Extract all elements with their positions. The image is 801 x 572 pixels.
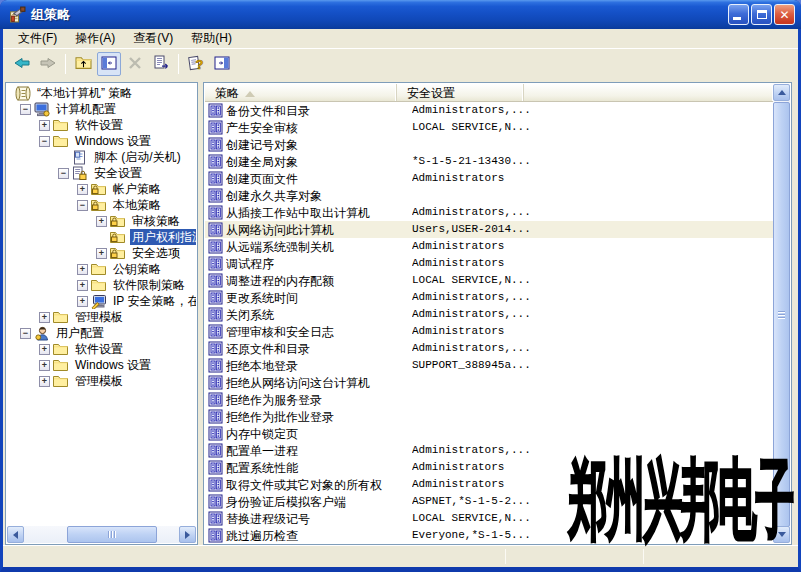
- policy-row[interactable]: 创建全局对象*S-1-5-21-13430...: [205, 153, 773, 170]
- policy-row[interactable]: 调试程序Administrators: [205, 255, 773, 272]
- policy-row[interactable]: 创建永久共享对象: [205, 187, 773, 204]
- policy-row[interactable]: 关闭系统Administrators,...: [205, 306, 773, 323]
- menu-item-view[interactable]: 查看(V): [124, 28, 182, 49]
- collapse-icon[interactable]: −: [77, 200, 88, 211]
- show-console-tree-icon: [101, 56, 117, 73]
- tree-item[interactable]: −Windows 设置: [7, 133, 196, 149]
- menu-item-file[interactable]: 文件(F): [9, 28, 66, 49]
- expand-icon[interactable]: +: [96, 248, 107, 259]
- policy-row[interactable]: 调整进程的内存配额LOCAL SERVICE,N...: [205, 272, 773, 289]
- toolbar-separator: [178, 54, 179, 74]
- expand-icon[interactable]: +: [77, 184, 88, 195]
- expand-icon[interactable]: +: [39, 360, 50, 371]
- export-list-button[interactable]: [149, 52, 173, 76]
- tree-item[interactable]: 用户权利指派: [7, 229, 196, 245]
- tree-item[interactable]: +IP 安全策略，在: [7, 293, 196, 309]
- folder-lock-icon: [110, 246, 127, 261]
- show-action-pane-button[interactable]: [210, 52, 234, 76]
- forward-button[interactable]: [36, 52, 60, 76]
- tree-item[interactable]: +公钥策略: [7, 261, 196, 277]
- tree-item-label: 脚本 (启动/关机): [92, 149, 183, 165]
- tree-item[interactable]: “本地计算机” 策略: [7, 85, 196, 101]
- tree-item[interactable]: −安全设置: [7, 165, 196, 181]
- tree-item[interactable]: +软件设置: [7, 341, 196, 357]
- expand-icon[interactable]: +: [39, 312, 50, 323]
- back-button[interactable]: [10, 52, 34, 76]
- list-header: 策略 安全设置: [205, 84, 773, 102]
- policy-name: 替换进程级记号: [226, 511, 394, 528]
- svg-text:?: ?: [195, 56, 203, 71]
- policy-row[interactable]: 创建记号对象: [205, 136, 773, 153]
- scroll-grip: [778, 311, 785, 319]
- expand-icon[interactable]: +: [39, 376, 50, 387]
- expand-icon[interactable]: +: [77, 264, 88, 275]
- show-console-tree-button[interactable]: [97, 52, 121, 76]
- policy-row[interactable]: 从插接工作站中取出计算机Administrators,...: [205, 204, 773, 221]
- expand-icon[interactable]: +: [39, 344, 50, 355]
- scroll-left-icon: [13, 531, 18, 539]
- tree-item[interactable]: +软件限制策略: [7, 277, 196, 293]
- close-button[interactable]: ✕: [774, 4, 795, 25]
- up-one-level-button[interactable]: [71, 52, 95, 76]
- tree-item[interactable]: +软件设置: [7, 117, 196, 133]
- expand-icon[interactable]: +: [77, 280, 88, 291]
- tree-item[interactable]: −用户配置: [7, 325, 196, 341]
- policy-item-icon: [208, 103, 223, 118]
- tree-item[interactable]: −本地策略: [7, 197, 196, 213]
- policy-name: 取得文件或其它对象的所有权: [226, 477, 394, 494]
- scroll-right-button[interactable]: [179, 526, 196, 543]
- expand-icon[interactable]: +: [96, 216, 107, 227]
- policy-name: 配置单一进程: [226, 443, 394, 460]
- help-button[interactable]: ?: [184, 52, 208, 76]
- collapse-icon[interactable]: −: [58, 168, 69, 179]
- tree-item[interactable]: 脚本 (启动/关机): [7, 149, 196, 165]
- scroll-up-button[interactable]: [773, 84, 790, 101]
- tree-item[interactable]: +帐户策略: [7, 181, 196, 197]
- scroll-left-button[interactable]: [7, 526, 24, 543]
- tree-item[interactable]: −计算机配置: [7, 101, 196, 117]
- policy-name: 从远端系统强制关机: [226, 239, 394, 256]
- collapse-icon[interactable]: −: [20, 104, 31, 115]
- tree-horizontal-scrollbar[interactable]: [7, 526, 196, 543]
- tree-item-label: 用户配置: [54, 325, 106, 341]
- policy-item-icon: [208, 392, 223, 407]
- column-header-security-setting[interactable]: 安全设置: [397, 84, 524, 101]
- security-setting-value: Administrators,...: [412, 206, 562, 218]
- security-setting-value: Everyone,*S-1-5...: [412, 529, 562, 541]
- menu-item-action[interactable]: 操作(A): [66, 28, 124, 49]
- tree-hscroll-thumb[interactable]: [67, 526, 157, 543]
- collapse-icon[interactable]: −: [20, 328, 31, 339]
- policy-item-icon: [208, 120, 223, 135]
- menu-item-help[interactable]: 帮助(H): [182, 28, 241, 49]
- tree-item[interactable]: +安全选项: [7, 245, 196, 261]
- minimize-button[interactable]: [728, 4, 749, 25]
- policy-row[interactable]: 从网络访问此计算机Users,USER-2014...: [205, 221, 773, 238]
- tree-item[interactable]: +审核策略: [7, 213, 196, 229]
- policy-row[interactable]: 拒绝作为服务登录: [205, 391, 773, 408]
- policy-row[interactable]: 拒绝从网络访问这台计算机: [205, 374, 773, 391]
- policy-row[interactable]: 拒绝作为批作业登录: [205, 408, 773, 425]
- policy-row[interactable]: 拒绝本地登录SUPPORT_388945a...: [205, 357, 773, 374]
- policy-row[interactable]: 管理审核和安全日志Administrators: [205, 323, 773, 340]
- policy-row[interactable]: 从远端系统强制关机Administrators: [205, 238, 773, 255]
- policy-row[interactable]: 备份文件和目录Administrators,...: [205, 102, 773, 119]
- policy-row[interactable]: 更改系统时间Administrators,...: [205, 289, 773, 306]
- maximize-button[interactable]: [751, 4, 772, 25]
- security-setting-value: SUPPORT_388945a...: [412, 359, 562, 371]
- policy-item-icon: [208, 426, 223, 441]
- tree-item[interactable]: +管理模板: [7, 373, 196, 389]
- titlebar[interactable]: 组策略 ✕: [0, 0, 801, 29]
- policy-item-icon: [208, 477, 223, 492]
- policy-row[interactable]: 产生安全审核LOCAL SERVICE,N...: [205, 119, 773, 136]
- show-action-pane-icon: [214, 56, 230, 73]
- tree-item[interactable]: +Windows 设置: [7, 357, 196, 373]
- expand-icon[interactable]: +: [77, 296, 88, 307]
- policy-row[interactable]: 还原文件和目录Administrators,...: [205, 340, 773, 357]
- expand-icon[interactable]: +: [39, 120, 50, 131]
- policy-row[interactable]: 创建页面文件Administrators: [205, 170, 773, 187]
- collapse-icon[interactable]: −: [39, 136, 50, 147]
- column-header-policy[interactable]: 策略: [205, 84, 397, 101]
- policy-row[interactable]: 内存中锁定页: [205, 425, 773, 442]
- tree-item[interactable]: +管理模板: [7, 309, 196, 325]
- window-title: 组策略: [31, 6, 728, 24]
